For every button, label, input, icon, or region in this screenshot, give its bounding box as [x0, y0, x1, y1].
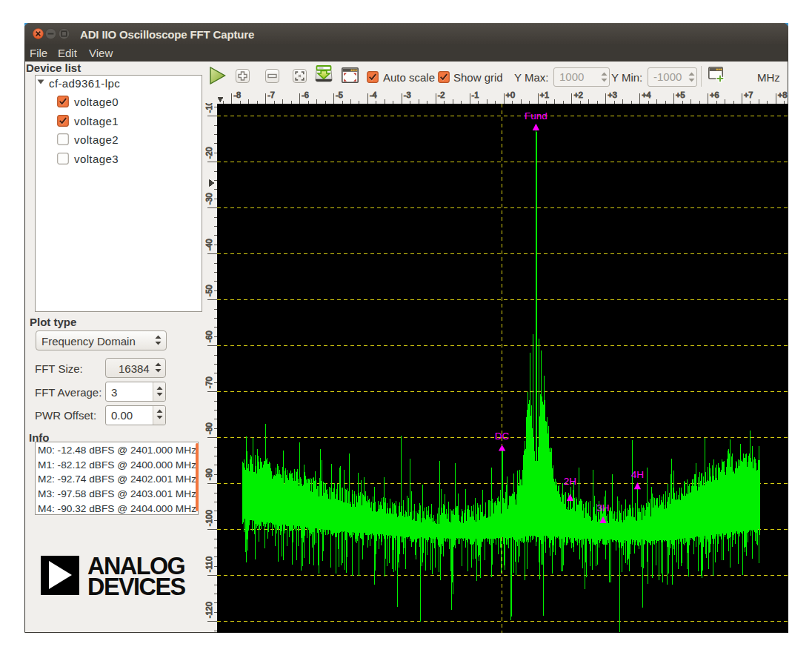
svg-text:+5: +5 [676, 90, 685, 99]
svg-text:+2: +2 [573, 90, 583, 99]
svg-text:+1: +1 [540, 90, 550, 99]
svg-text:-1: -1 [472, 90, 479, 99]
svg-text:-4: -4 [370, 90, 377, 99]
svg-text:+0: +0 [506, 90, 516, 99]
svg-text:-6: -6 [302, 90, 309, 99]
svg-text:+8: +8 [778, 90, 788, 99]
svg-text:-60: -60 [204, 330, 213, 342]
svg-text:+3: +3 [608, 90, 617, 99]
svg-text:-100: -100 [204, 510, 213, 526]
svg-text:-5: -5 [336, 90, 343, 99]
svg-text:-3: -3 [404, 90, 411, 99]
svg-text:Fund: Fund [525, 110, 548, 122]
svg-text:-10: -10 [204, 103, 213, 113]
svg-text:-20: -20 [204, 147, 213, 159]
svg-text:-2: -2 [438, 90, 445, 99]
svg-text:-30: -30 [204, 193, 213, 205]
svg-text:2H: 2H [564, 476, 576, 487]
svg-text:3H: 3H [596, 502, 609, 514]
svg-text:-120: -120 [204, 602, 213, 618]
svg-text:-110: -110 [204, 556, 213, 572]
svg-text:DC: DC [495, 431, 510, 442]
svg-text:4H: 4H [631, 469, 644, 480]
svg-text:+4: +4 [642, 90, 651, 99]
svg-text:+6: +6 [710, 90, 719, 99]
svg-text:+7: +7 [744, 90, 753, 99]
svg-text:-90: -90 [204, 468, 213, 480]
svg-text:-40: -40 [204, 239, 213, 250]
svg-text:-7: -7 [267, 90, 275, 99]
svg-text:-80: -80 [204, 422, 213, 434]
svg-text:-70: -70 [204, 376, 213, 388]
svg-text:-8: -8 [233, 90, 241, 99]
svg-text:-50: -50 [204, 285, 213, 296]
